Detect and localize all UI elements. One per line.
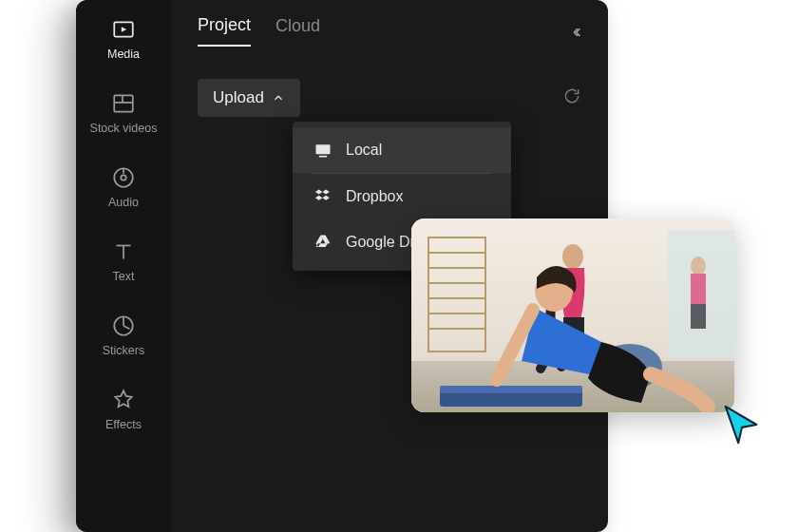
tab-project[interactable]: Project <box>198 15 251 47</box>
sidebar-item-effects[interactable]: Effects <box>76 388 171 431</box>
text-icon <box>111 239 136 264</box>
svg-point-24 <box>562 244 583 269</box>
svg-rect-28 <box>691 304 706 329</box>
stock-videos-icon <box>111 91 136 116</box>
svg-line-11 <box>124 326 130 329</box>
upload-option-label: Local <box>346 142 382 159</box>
media-icon <box>111 17 136 42</box>
sidebar-label: Text <box>113 270 135 283</box>
sidebar-label: Audio <box>108 196 139 209</box>
refresh-button[interactable] <box>562 86 581 109</box>
sidebar-label: Stock videos <box>90 122 158 135</box>
sidebar-item-stock-videos[interactable]: Stock videos <box>76 91 171 135</box>
upload-option-dropbox[interactable]: Dropbox <box>293 174 511 219</box>
sidebar-label: Media <box>107 48 140 61</box>
sidebar-label: Effects <box>105 418 142 431</box>
svg-point-5 <box>121 175 125 180</box>
upload-option-label: Dropbox <box>346 188 403 205</box>
upload-button[interactable]: Upload <box>198 79 300 117</box>
local-icon <box>314 141 332 160</box>
sidebar-item-stickers[interactable]: Stickers <box>76 314 171 357</box>
sidebar-item-media[interactable]: Media <box>76 17 171 61</box>
audio-icon <box>111 165 136 190</box>
sidebar-label: Stickers <box>103 344 144 357</box>
upload-button-label: Upload <box>213 88 264 107</box>
tab-cloud[interactable]: Cloud <box>276 16 320 46</box>
toolbar-row: Upload <box>198 79 581 117</box>
chevron-up-icon <box>272 91 285 104</box>
media-thumbnail[interactable] <box>411 218 734 412</box>
collapse-panel-button[interactable]: ‹‹ <box>573 20 581 42</box>
svg-rect-12 <box>316 144 331 154</box>
google-drive-icon <box>314 233 332 252</box>
cursor-pointer-icon <box>720 403 764 446</box>
svg-rect-1 <box>114 95 133 111</box>
sidebar-item-audio[interactable]: Audio <box>76 165 171 209</box>
tabs: Project Cloud ‹‹ <box>198 15 581 47</box>
sidebar-item-text[interactable]: Text <box>76 239 171 283</box>
svg-point-26 <box>691 256 706 276</box>
upload-option-local[interactable]: Local <box>293 127 511 173</box>
stickers-icon <box>111 314 136 338</box>
effects-icon <box>111 388 136 412</box>
svg-rect-13 <box>319 156 327 158</box>
dropbox-icon <box>314 187 332 206</box>
svg-rect-32 <box>440 386 582 393</box>
svg-rect-27 <box>691 274 706 306</box>
sidebar: Media Stock videos Audio Text <box>76 0 171 532</box>
